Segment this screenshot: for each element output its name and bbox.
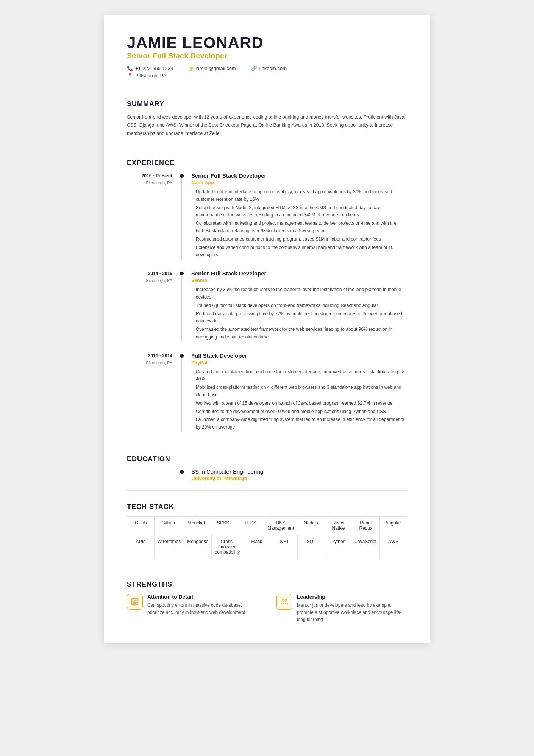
email-address: jamiel@gmail.com [195,66,236,71]
edu-degree: BS in Computer Engineering [191,468,407,475]
tech-item: DNS Management [264,517,297,535]
job-date-3: 2011 - 2014 [127,352,172,360]
experience-section: EXPERIENCE 2016 - Present Pittsburgh, PA… [127,159,407,432]
timeline-dot-3 [180,354,184,358]
job-content-1: Senior Full Stack Developer Cash App Upd… [187,172,407,260]
bullet: Setup tracking with NodeJS, integrated H… [191,204,407,219]
job-content-3: Full Stack Developer PayPal Created and … [187,352,407,432]
tech-row-2: APIs Wireframes Mongoose Cross-browser c… [127,535,407,559]
bullet: Trained 6 junior full stack developers o… [191,302,407,310]
tech-item: SCSS [209,517,237,535]
education-heading: EDUCATION [127,455,407,463]
job-bullets-3: Created and maintained front-end code fo… [191,368,407,431]
edu-left [127,468,176,481]
tech-item: Mongoose [184,535,212,559]
bullet: Contributed to the development of over 1… [191,408,407,416]
leadership-icon [280,598,289,606]
tech-item: SQL [298,535,325,559]
tech-item: Nodejs [297,517,325,535]
experience-heading: EXPERIENCE [127,159,407,167]
job-company-1: Cash App [191,180,407,185]
svg-rect-0 [132,599,138,605]
tech-item: Angular [380,517,407,535]
job-location-2: Pittsburgh, PA [127,278,172,283]
strength-text-1: Attention to Detail Can spot tiny errors… [147,594,258,616]
detail-icon [131,598,139,606]
job-left-3: 2011 - 2014 Pittsburgh, PA [127,352,176,432]
phone-icon: 📞 [127,66,133,71]
tech-item: JavaScript [352,535,380,559]
experience-divider [127,443,407,443]
education-item: BS in Computer Engineering University of… [127,468,407,481]
strength-title-2: Leadership [297,594,407,600]
bullet: Increased by 35% the reach of users to t… [191,286,407,301]
bullet: Created and maintained front-end code fo… [191,368,407,383]
strength-desc-2: Mentor junior developers and lead by exa… [297,602,407,624]
link-icon: 🔗 [251,66,257,71]
timeline-line-1 [181,178,182,260]
contact-row-1: 📞 +1-222-555-1234 @ jamiel@gmail.com 🔗 l… [127,66,407,71]
bullet: Mobilized cross-platform testing on 4 di… [191,384,407,399]
bullet: Launched a company-wide digitized filing… [191,416,407,431]
timeline-2 [176,270,187,342]
job-date-1: 2016 - Present [127,172,172,180]
linkedin-contact[interactable]: 🔗 linkedin.com [251,66,287,71]
tech-item: Gitlab [127,517,155,535]
location-contact: 📍 Pittsburgh, PA [127,73,166,78]
job-company-2: Venmo [191,277,407,283]
strength-item-2: Leadership Mentor junior developers and … [276,594,407,624]
job-location-1: Pittsburgh, PA [127,180,172,185]
job-bullets-1: Updated front-end interface to optimize … [191,188,407,259]
edu-school: University of Pittsburgh [191,476,407,481]
timeline-3 [176,352,187,432]
strength-title-1: Attention to Detail [147,594,258,600]
job-left-1: 2016 - Present Pittsburgh, PA [127,172,176,260]
job-location-3: Pittsburgh, PA [127,360,172,365]
summary-section: SUMMARY Senior front-end web developer w… [127,100,407,138]
tech-item: Bitbucket [182,517,209,535]
email-icon: @ [188,66,193,71]
job-left-2: 2014 - 2016 Pittsburgh, PA [127,270,176,342]
linkedin-url: linkedin.com [259,66,287,71]
strength-icon-2 [276,594,292,610]
bullet: Worked with a team of 15 developers on l… [191,400,407,407]
job-role-2: Senior Full Stack Developer [191,270,407,277]
techstack-section: TECH STACK Gitlab Github Bitbucket SCSS … [127,503,407,559]
tech-grid: Gitlab Github Bitbucket SCSS LESS DNS Ma… [127,516,407,559]
summary-text: Senior front-end web developer with 12 y… [127,113,407,138]
resume-container: JAMIE LEONARD Senior Full Stack Develope… [104,15,430,643]
bullet: Overhauled the automated test framework … [191,326,407,341]
job-date-2: 2014 - 2016 [127,270,172,277]
bullet: Updated front-end interface to optimize … [191,188,407,203]
tech-item: APIs [127,535,155,559]
strengths-grid: Attention to Detail Can spot tiny errors… [127,594,407,624]
strength-icon-1 [127,594,143,610]
email-contact: @ jamiel@gmail.com [188,66,236,71]
job-bullets-2: Increased by 35% the reach of users to t… [191,286,407,341]
svg-point-6 [285,599,287,602]
tech-item: Python [325,535,352,559]
header-divider [127,88,407,88]
contact-row-2: 📍 Pittsburgh, PA [127,73,407,78]
timeline-dot-1 [180,174,184,178]
tech-item: Wireframes [155,535,184,559]
timeline-line-2 [181,276,182,342]
strength-text-2: Leadership Mentor junior developers and … [297,594,407,624]
bullet: Restructured automated customer tracking… [191,236,407,243]
tech-item: React Redux [352,517,379,535]
summary-divider [127,147,407,147]
location-icon: 📍 [127,73,133,78]
education-divider [127,490,407,491]
edu-timeline [176,468,187,481]
job-role-1: Senior Full Stack Developer [191,172,407,179]
bullet: Collaborated with marketing and project … [191,220,407,235]
phone-number: +1-222-555-1234 [135,66,173,71]
bullet: Extensive and varied contributions to th… [191,244,407,259]
job-content-2: Senior Full Stack Developer Venmo Increa… [187,270,407,342]
tech-item: AWS [380,535,407,559]
candidate-title: Senior Full Stack Developer [127,52,407,60]
job-item-2: 2014 - 2016 Pittsburgh, PA Senior Full S… [127,270,407,342]
bullet: Reduced daily data processing time by 77… [191,310,407,326]
job-company-3: PayPal [191,360,407,365]
edu-content: BS in Computer Engineering University of… [187,468,407,481]
